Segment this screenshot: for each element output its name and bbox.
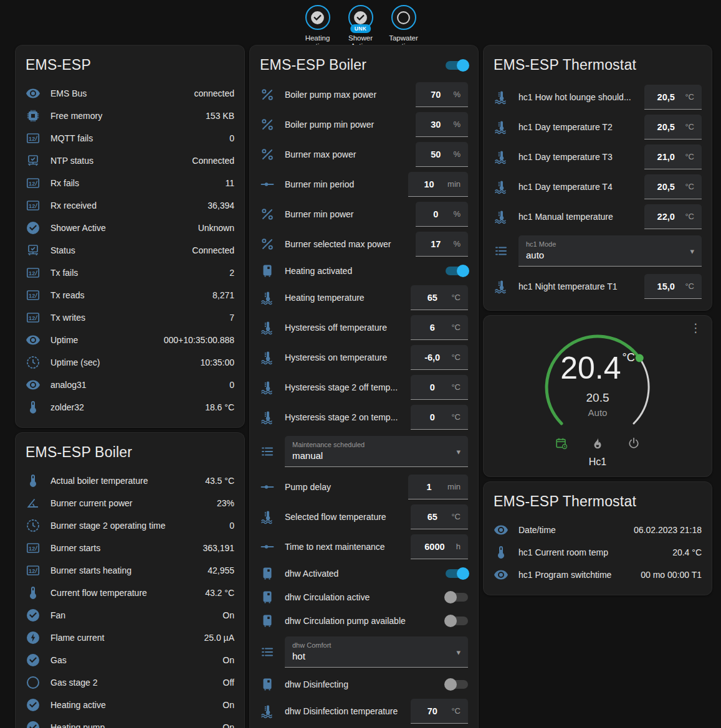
number-input-boiler-pump-max-power[interactable]: 70% bbox=[416, 82, 468, 107]
badge-tapwater-active[interactable]: Tapwater active bbox=[383, 5, 424, 45]
sensor-row-mqtt-fails[interactable]: 12MQTT fails0 bbox=[26, 127, 234, 149]
heat-mode-fire-icon[interactable] bbox=[591, 437, 604, 450]
sensor-row-actual-boiler-temperature[interactable]: Actual boiler temperature43.5 °C bbox=[26, 470, 234, 492]
toggle-dhw-circulation-active[interactable] bbox=[446, 593, 468, 602]
row-label: Hysteresis on temperature bbox=[285, 352, 406, 362]
number-row-hc1-day-temperature-t2[interactable]: hc1 Day temperature T220,5°C bbox=[494, 112, 702, 142]
number-row-hc1-day-temperature-t4[interactable]: hc1 Day temperature T420,5°C bbox=[494, 172, 702, 202]
sensor-row-zolder32[interactable]: zolder3218.6 °C bbox=[26, 396, 234, 418]
toggle-row-dhw-circulation-pump-available[interactable]: dhw Circulation pump available bbox=[260, 609, 468, 633]
number-input-dhw-disinfection-temperature[interactable]: 70°C bbox=[411, 699, 468, 724]
number-input-boiler-pump-min-power[interactable]: 30% bbox=[416, 112, 468, 137]
number-row-hysteresis-off-temperature[interactable]: Hysteresis off temperature6°C bbox=[260, 313, 468, 343]
sensor-row-fan[interactable]: FanOn bbox=[26, 604, 234, 626]
sensor-row-tx-reads[interactable]: 12Tx reads8,271 bbox=[26, 284, 234, 306]
sensor-row-rx-received[interactable]: 12Rx received36,394 bbox=[26, 194, 234, 217]
toggle-dhw-activated[interactable] bbox=[446, 569, 468, 578]
sensor-row-flame-current[interactable]: Flame current25.0 µA bbox=[26, 626, 234, 649]
sensor-row-heating-active[interactable]: Heating activeOn bbox=[26, 694, 234, 716]
sensor-row-heating-pump[interactable]: Heating pumpOn bbox=[26, 716, 234, 728]
number-row-hc1-how-hot-lounge-should[interactable]: hc1 How hot lounge should...20,5°C bbox=[494, 82, 702, 112]
sensor-row-tx-writes[interactable]: 12Tx writes7 bbox=[26, 306, 234, 329]
toggle-dhw-disinfecting[interactable] bbox=[446, 680, 468, 689]
number-row-selected-flow-temperature[interactable]: Selected flow temperature65°C bbox=[260, 502, 468, 532]
toggle-heating-activated[interactable] bbox=[446, 267, 468, 275]
sensor-row-date-time[interactable]: Date/time06.02.2023 21:18 bbox=[494, 519, 702, 541]
select-row-hc1-mode[interactable]: hc1 Modeauto▾ bbox=[494, 235, 702, 267]
number-input-burner-min-period[interactable]: 10min bbox=[408, 172, 468, 197]
select-dhw-comfort[interactable]: dhw Comforthot▾ bbox=[285, 636, 468, 668]
sensor-row-ntp-status[interactable]: NTP statusConnected bbox=[26, 149, 234, 172]
number-row-burner-selected-max-power[interactable]: Burner selected max power17% bbox=[260, 229, 468, 259]
sensor-row-status[interactable]: StatusConnected bbox=[26, 239, 234, 262]
sensor-row-rx-fails[interactable]: 12Rx fails11 bbox=[26, 172, 234, 194]
sensor-row-gas[interactable]: GasOn bbox=[26, 649, 234, 671]
number-input-burner-min-power[interactable]: 0% bbox=[416, 202, 468, 227]
number-row-hc1-night-temperature-t1[interactable]: hc1 Night temperature T115,0°C bbox=[494, 272, 702, 301]
number-row-burner-min-period[interactable]: Burner min period10min bbox=[260, 169, 468, 199]
sensor-row-burner-starts-heating[interactable]: 12Burner starts heating42,955 bbox=[26, 559, 234, 582]
toggle-row-dhw-circulation-active[interactable]: dhw Circulation active bbox=[260, 585, 468, 609]
thermostat-dial[interactable]: 20.4°C 20.5 Auto bbox=[538, 328, 657, 447]
sensor-row-ems-bus[interactable]: EMS Busconnected bbox=[26, 82, 234, 105]
dots-vertical-icon[interactable]: ⋮ bbox=[690, 322, 702, 334]
number-input-hc1-manual-temperature[interactable]: 22,0°C bbox=[644, 204, 702, 229]
sensor-row-hc1-current-room-temp[interactable]: hc1 Current room temp20.4 °C bbox=[494, 541, 702, 564]
number-row-hysteresis-on-temperature[interactable]: Hysteresis on temperature-6,0°C bbox=[260, 343, 468, 372]
number-row-burner-max-power[interactable]: Burner max power50% bbox=[260, 139, 468, 169]
sensor-row-current-flow-temperature[interactable]: Current flow temperature43.2 °C bbox=[26, 582, 234, 604]
toggle-row-dhw-activated[interactable]: dhw Activated bbox=[260, 562, 468, 585]
number-row-boiler-pump-min-power[interactable]: Boiler pump min power30% bbox=[260, 110, 468, 139]
select-row-maintenance-scheduled[interactable]: Maintenance scheduledmanual▾ bbox=[260, 436, 468, 467]
number-input-hysteresis-stage-2-off-temp[interactable]: 0°C bbox=[411, 375, 468, 400]
number-row-hysteresis-stage-2-on-temp[interactable]: Hysteresis stage 2 on temp...0°C bbox=[260, 402, 468, 432]
sensor-row-burner-stage-2-operating-time[interactable]: Burner stage 2 operating time0 bbox=[26, 514, 234, 537]
badge-shower-active[interactable]: UNK Shower Active bbox=[340, 5, 381, 45]
select-maintenance-scheduled[interactable]: Maintenance scheduledmanual▾ bbox=[285, 436, 468, 467]
number-row-burner-min-power[interactable]: Burner min power0% bbox=[260, 199, 468, 229]
number-input-hc1-night-temperature-t1[interactable]: 15,0°C bbox=[644, 274, 702, 299]
sensor-row-burner-current-power[interactable]: Burner current power23% bbox=[26, 492, 234, 514]
svg-text:1: 1 bbox=[29, 136, 32, 142]
number-input-burner-selected-max-power[interactable]: 17% bbox=[416, 232, 468, 257]
number-row-hc1-manual-temperature[interactable]: hc1 Manual temperature22,0°C bbox=[494, 202, 702, 232]
number-input-burner-max-power[interactable]: 50% bbox=[416, 142, 468, 167]
number-row-pump-delay[interactable]: Pump delay1min bbox=[260, 472, 468, 502]
number-input-hc1-day-temperature-t3[interactable]: 21,0°C bbox=[644, 144, 702, 169]
number-input-pump-delay[interactable]: 1min bbox=[408, 475, 468, 499]
boiler-card-toggle[interactable] bbox=[446, 61, 468, 70]
sensor-row-uptime-sec[interactable]: Uptime (sec)10:35:00 bbox=[26, 351, 234, 374]
toggle-row-heating-activated[interactable]: Heating activated bbox=[260, 259, 468, 283]
number-row-boiler-pump-max-power[interactable]: Boiler pump max power70% bbox=[260, 80, 468, 110]
sensor-row-free-memory[interactable]: Free memory153 KB bbox=[26, 105, 234, 127]
number-input-hysteresis-stage-2-on-temp[interactable]: 0°C bbox=[411, 405, 468, 430]
number-row-heating-temperature[interactable]: Heating temperature65°C bbox=[260, 283, 468, 313]
sensor-row-analog31[interactable]: analog310 bbox=[26, 374, 234, 396]
number-input-hc1-day-temperature-t4[interactable]: 20,5°C bbox=[644, 174, 702, 199]
sensor-row-uptime[interactable]: Uptime000+10:35:00.888 bbox=[26, 329, 234, 351]
select-hc1-mode[interactable]: hc1 Modeauto▾ bbox=[518, 235, 702, 267]
number-row-hysteresis-stage-2-off-temp[interactable]: Hysteresis stage 2 off temp...0°C bbox=[260, 372, 468, 402]
sensor-row-hc1-program-switchtime[interactable]: hc1 Program switchtime00 mo 00:00 T1 bbox=[494, 564, 702, 586]
sensor-row-shower-active[interactable]: Shower ActiveUnknown bbox=[26, 217, 234, 239]
select-row-dhw-comfort[interactable]: dhw Comforthot▾ bbox=[260, 636, 468, 668]
number-input-hysteresis-off-temperature[interactable]: 6°C bbox=[411, 315, 468, 340]
badge-heating-active[interactable]: Heating active bbox=[297, 5, 338, 45]
toggle-thumb bbox=[457, 567, 469, 580]
number-input-hc1-day-temperature-t2[interactable]: 20,5°C bbox=[644, 115, 702, 139]
sensor-row-tx-fails[interactable]: 12Tx fails2 bbox=[26, 262, 234, 284]
sensor-row-gas-stage-2[interactable]: Gas stage 2Off bbox=[26, 671, 234, 694]
number-input-selected-flow-temperature[interactable]: 65°C bbox=[411, 504, 468, 529]
number-input-hysteresis-on-temperature[interactable]: -6,0°C bbox=[411, 345, 468, 370]
toggle-dhw-circulation-pump-available[interactable] bbox=[446, 617, 468, 625]
off-mode-power-icon[interactable] bbox=[627, 437, 641, 450]
number-input-heating-temperature[interactable]: 65°C bbox=[411, 285, 468, 310]
sensor-row-burner-starts[interactable]: 12Burner starts363,191 bbox=[26, 537, 234, 559]
number-row-time-to-next-maintenance[interactable]: Time to next maintenance6000h bbox=[260, 532, 468, 562]
auto-mode-calendar-icon[interactable] bbox=[555, 437, 568, 450]
number-input-hc1-how-hot-lounge-should[interactable]: 20,5°C bbox=[644, 85, 702, 110]
toggle-row-dhw-disinfecting[interactable]: dhw Disinfecting bbox=[260, 673, 468, 696]
number-input-time-to-next-maintenance[interactable]: 6000h bbox=[411, 534, 468, 559]
number-row-dhw-disinfection-temperature[interactable]: dhw Disinfection temperature70°C bbox=[260, 696, 468, 726]
number-row-hc1-day-temperature-t3[interactable]: hc1 Day temperature T321,0°C bbox=[494, 142, 702, 172]
